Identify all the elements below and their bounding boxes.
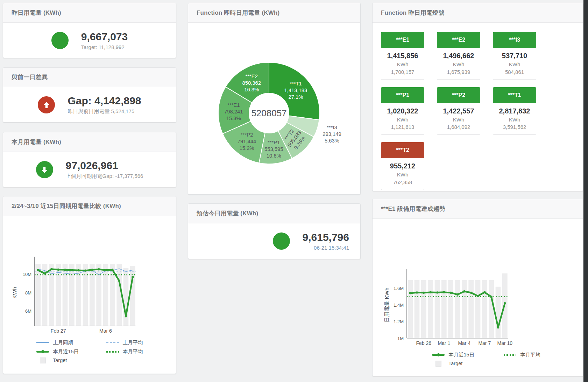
legend-item-green-line[interactable]: 本月近15日	[36, 348, 106, 355]
device-tile-value: 1,415,856	[382, 51, 423, 61]
card-header: Function 昨日用電燈號	[373, 3, 583, 23]
energy-dashboard: 昨日用電量 (KWh) 9,667,073 Target: 11,128,992…	[0, 0, 588, 382]
blue-dash-icon	[106, 340, 119, 346]
legend-label: Target	[448, 361, 462, 366]
realtime-donut-chart[interactable]: ***T11,413,18327.1%***I3293,1495.63%***T…	[188, 23, 360, 190]
svg-text:1.6M: 1.6M	[394, 286, 404, 291]
device-tile-value: 1,422,557	[438, 106, 479, 116]
blue-line-icon	[36, 340, 49, 346]
device-tile-status-header: ***T2	[381, 142, 424, 158]
compare-line-chart[interactable]: 6M8M10MFeb 27Mar 6KWh	[4, 254, 168, 338]
device-tile-value: 1,496,662	[438, 51, 479, 61]
status-circle-icon	[273, 232, 290, 250]
device-tile-target: 1,700,157	[382, 68, 423, 76]
card-title: 昨日用電量 (KWh)	[12, 9, 61, 16]
legend-item-green-dots[interactable]: 本月平均	[106, 348, 176, 355]
status-circle-icon	[51, 32, 69, 49]
stat-text: 97,026,961 上個月同期用電Gap: -17,377,566	[66, 160, 143, 180]
card-body: Gap: 4,142,898 昨日與前日用電量 5,524,175	[3, 87, 176, 123]
svg-text:8M: 8M	[25, 290, 31, 296]
device-tile-unit: KWh	[382, 116, 423, 124]
device-tile-body: 2,817,832KWh3,591,562	[493, 103, 536, 135]
card-header: 2/24~3/10 近15日同期用電量比較 (KWh)	[3, 196, 176, 216]
legend-label: 上月平均	[123, 339, 143, 346]
device-tile-status-header: ***P2	[437, 87, 480, 103]
card-title: ***E1 設備用電達成趨勢	[381, 206, 445, 212]
card-body: ***T11,413,18327.1%***I3293,1495.63%***T…	[188, 23, 360, 192]
device-tile-unit: KWh	[438, 116, 479, 124]
card-title: 本月用電量 (KWh)	[12, 139, 61, 145]
card-title: Function 昨日用電燈號	[381, 9, 444, 16]
stat-sub: 上個月同期用電Gap: -17,377,566	[66, 173, 143, 180]
card-header: ***E1 設備用電達成趨勢	[373, 199, 583, 219]
legend-row: 本月近15日本月平均	[36, 348, 176, 355]
card-body: 97,026,961 上個月同期用電Gap: -17,377,566	[3, 152, 176, 187]
device-tile-body: 1,496,662KWh1,675,939	[437, 48, 480, 80]
svg-text:Mar 4: Mar 4	[458, 340, 470, 346]
up-arrow-icon	[38, 96, 55, 113]
green-dots-icon	[504, 352, 516, 358]
device-tile-unit: KWh	[494, 116, 535, 124]
device-tile-unit: KWh	[382, 171, 423, 179]
legend-label: 本月近15日	[448, 352, 474, 358]
legend-row: 上月同期上月平均	[36, 339, 176, 346]
device-tile-target: 584,861	[494, 68, 535, 76]
device-tile-target: 1,121,613	[382, 123, 423, 131]
down-arrow-icon	[36, 161, 53, 178]
card-header: 本月用電量 (KWh)	[3, 132, 176, 152]
card-body: 9,667,073 Target: 11,128,992	[3, 23, 176, 58]
device-tile-unit: KWh	[494, 61, 535, 68]
scrollbar-track[interactable]	[583, 0, 588, 382]
legend-label: Target	[53, 357, 67, 363]
card-title: 2/24~3/10 近15日同期用電量比較 (KWh)	[12, 203, 121, 209]
card-body: 1M1.2M1.4M1.6MFeb 26Mar 1Mar 4Mar 7Mar 1…	[373, 266, 583, 366]
device-tile-target: 1,675,939	[438, 68, 479, 76]
legend-item-blue-dash[interactable]: 上月平均	[106, 339, 176, 346]
stat-value: 9,615,796	[303, 231, 349, 244]
card-title: 預估今日用電量 (KWh)	[197, 210, 258, 217]
stat-value: Gap: 4,142,898	[68, 95, 141, 107]
gray-square-icon	[432, 361, 445, 366]
device-tile-value: 537,710	[494, 51, 535, 61]
legend-item-gray-square[interactable]: Target	[432, 361, 504, 366]
svg-text:Mar 10: Mar 10	[497, 340, 513, 346]
legend-item-blue-line[interactable]: 上月同期	[36, 339, 106, 346]
card-estimate-today: 預估今日用電量 (KWh) 9,615,796 06-21 15:34:41	[188, 203, 361, 259]
card-body: 6M8M10MFeb 27Mar 6KWh 上月同期上月平均本月近15日本月平均…	[3, 254, 176, 363]
svg-text:10M: 10M	[23, 272, 31, 277]
stat-text: 9,615,796 06-21 15:34:41	[303, 231, 349, 251]
card-realtime-donut: Function 即時日用電量 (KWh) ***T11,413,18327.1…	[188, 3, 361, 195]
stat-text: 9,667,073 Target: 11,128,992	[81, 31, 128, 50]
stat-sub: 昨日與前日用電量 5,524,175	[68, 108, 141, 115]
device-tile-status-header: ***E1	[381, 32, 424, 48]
card-header: Function 即時日用電量 (KWh)	[188, 3, 360, 23]
device-tile-value: 955,212	[382, 161, 423, 171]
device-tile-target: 1,684,092	[438, 123, 479, 131]
svg-text:Feb 26: Feb 26	[416, 340, 432, 346]
legend-item-green-dots[interactable]: 本月平均	[504, 352, 575, 358]
device-tile-grid: ***E11,415,856KWh1,700,157***E21,496,662…	[373, 23, 583, 190]
svg-text:5208057: 5208057	[251, 108, 286, 118]
device-tile-target: 3,591,562	[494, 123, 535, 131]
gray-square-icon	[36, 357, 49, 363]
device-tile-body: 1,020,322KWh1,121,613	[381, 103, 424, 135]
e1-trend-line-chart[interactable]: 1M1.2M1.4M1.6MFeb 26Mar 1Mar 4Mar 7Mar 1…	[376, 266, 540, 350]
device-tile: ***P11,020,322KWh1,121,613	[381, 87, 424, 135]
legend-row: Target	[36, 357, 176, 363]
green-dots-icon	[106, 349, 119, 355]
card-15day-comparison-chart: 2/24~3/10 近15日同期用電量比較 (KWh) 6M8M10MFeb 2…	[3, 196, 176, 374]
card-status-lights: Function 昨日用電燈號 ***E11,415,856KWh1,700,1…	[372, 3, 583, 191]
svg-text:KWh: KWh	[12, 287, 17, 299]
legend-item-green-line[interactable]: 本月近15日	[432, 352, 504, 358]
stat-timestamp: 06-21 15:34:41	[303, 245, 349, 251]
device-tile: ***E11,415,856KWh1,700,157	[381, 32, 424, 80]
device-tile-unit: KWh	[438, 61, 479, 68]
legend-item-gray-square[interactable]: Target	[36, 357, 108, 363]
device-tile: ***I3537,710KWh584,861	[493, 32, 536, 80]
device-tile-body: 955,212KWh762,358	[381, 158, 424, 190]
device-tile-status-header: ***P1	[381, 87, 424, 103]
green-line-icon	[432, 352, 445, 358]
legend-label: 本月平均	[520, 352, 540, 358]
svg-text:Mar 6: Mar 6	[99, 328, 112, 334]
device-tile: ***T12,817,832KWh3,591,562	[493, 87, 536, 135]
